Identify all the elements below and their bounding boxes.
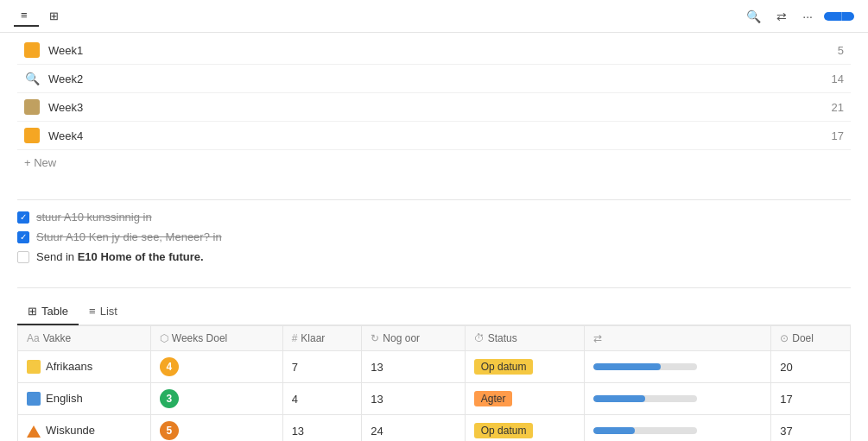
- list-view-tab[interactable]: ≡: [14, 5, 39, 27]
- list-view-icon: ≡: [21, 9, 28, 22]
- task-item: Stuur A10 Ken jy die see, Meneer? in: [17, 230, 851, 243]
- task-text: stuur A10 kunssinnig in: [36, 211, 152, 224]
- col-icon-doel: ⊙: [780, 332, 789, 344]
- col-header-klaar[interactable]: #Klaar: [282, 326, 362, 351]
- weeks-doel-badge: 5: [160, 421, 179, 440]
- status-badge: Op datum: [474, 359, 534, 375]
- progress-bar: [593, 395, 697, 402]
- cell-doel: 20: [771, 351, 851, 383]
- task-checkbox[interactable]: [17, 251, 29, 263]
- header-row: AaVakke⬡Weeks Doel#Klaar↻Nog oor⏱Status⇄…: [18, 326, 851, 351]
- week-row[interactable]: 🔍 Week2 14: [17, 65, 851, 93]
- col-icon-progress: ⇄: [593, 332, 602, 344]
- task-text: Send in E10 Home of the future.: [36, 250, 204, 263]
- week-row[interactable]: Week3 21: [17, 93, 851, 122]
- vakke-icon: [27, 392, 41, 406]
- task-list: stuur A10 kunssinnig in Stuur A10 Ken jy…: [17, 211, 851, 263]
- week-name: Week2: [48, 72, 818, 85]
- col-label-vakke: Vakke: [43, 332, 71, 344]
- table-view-tab[interactable]: ⊞: [42, 6, 70, 26]
- col-header-nog_oor[interactable]: ↻Nog oor: [362, 326, 465, 351]
- weeks-doel-badge: 4: [160, 357, 179, 376]
- table-row: English3413Agter17: [18, 383, 851, 415]
- cell-vakke: Afrikaans: [18, 351, 151, 383]
- weeks-doel-badge: 3: [160, 389, 179, 408]
- task-checkbox[interactable]: [17, 231, 29, 243]
- table-tab-label: Table: [41, 305, 68, 318]
- col-header-vakke[interactable]: AaVakke: [18, 326, 151, 351]
- cell-vakke: English: [18, 383, 151, 415]
- new-button[interactable]: [824, 12, 854, 21]
- borrel-title: [17, 280, 851, 288]
- progress-bar: [593, 427, 697, 434]
- cell-status: Agter: [465, 383, 584, 415]
- col-label-klaar: Klaar: [301, 332, 325, 344]
- search-button[interactable]: 🔍: [742, 7, 765, 26]
- filter-button[interactable]: [707, 14, 718, 19]
- week-count: 21: [818, 101, 844, 114]
- week-name: Week3: [48, 101, 818, 114]
- cell-nog-oor: 13: [362, 383, 465, 415]
- top-toolbar: ≡ ⊞ 🔍 ⇄ ···: [0, 0, 868, 33]
- progress-fill: [593, 363, 661, 370]
- col-header-weeks_doel[interactable]: ⬡Weeks Doel: [150, 326, 282, 351]
- borrel-tab-list[interactable]: ≡List: [79, 299, 128, 325]
- toolbar-right: 🔍 ⇄ ···: [707, 7, 854, 26]
- vakke-icon: [27, 360, 41, 374]
- vakke-name: Wiskunde: [46, 424, 95, 437]
- add-view-button[interactable]: [73, 13, 84, 20]
- col-icon-nog_oor: ↻: [371, 332, 379, 344]
- col-icon-weeks_doel: ⬡: [160, 332, 168, 344]
- week-count: 14: [818, 72, 844, 85]
- cell-klaar: 13: [282, 415, 362, 442]
- week-name: Week4: [48, 129, 818, 142]
- week-icon: [24, 128, 40, 143]
- col-header-doel[interactable]: ⊙Doel: [771, 326, 851, 351]
- table-tab-icon: ⊞: [28, 305, 37, 318]
- borrel-tab-table[interactable]: ⊞Table: [17, 299, 79, 325]
- cell-klaar: 7: [282, 351, 362, 383]
- status-badge: Op datum: [474, 423, 534, 438]
- table-row: Wiskunde51324Op datum37: [18, 415, 851, 442]
- week-row[interactable]: Week4 17: [17, 122, 851, 150]
- week-list: Week1 5 🔍 Week2 14 Week3 21 Week4 17 + N…: [17, 36, 851, 175]
- table-header: AaVakke⬡Weeks Doel#Klaar↻Nog oor⏱Status⇄…: [18, 326, 851, 351]
- cell-doel: 17: [771, 383, 851, 415]
- cell-klaar: 4: [282, 383, 362, 415]
- vakke-icon: [27, 425, 41, 438]
- group-button[interactable]: ⇄: [772, 7, 791, 26]
- new-button-caret[interactable]: [841, 12, 854, 21]
- progress-fill: [593, 427, 635, 434]
- col-label-doel: Doel: [792, 332, 814, 344]
- cell-vakke: Wiskunde: [18, 415, 151, 442]
- more-button[interactable]: ···: [798, 7, 817, 26]
- col-icon-status: ⏱: [474, 332, 485, 344]
- week-count: 5: [818, 44, 844, 57]
- week-name: Week1: [48, 44, 818, 57]
- col-label-status: Status: [488, 332, 517, 344]
- list-tab-label: List: [100, 305, 117, 318]
- task-item: Send in E10 Home of the future.: [17, 250, 851, 263]
- cell-nog-oor: 13: [362, 351, 465, 383]
- cell-progress: [584, 383, 771, 415]
- col-icon-klaar: #: [292, 332, 298, 344]
- progress-fill: [593, 395, 645, 402]
- cell-weeks-doel: 4: [150, 351, 282, 383]
- col-label-nog_oor: Nog oor: [383, 332, 420, 344]
- vakke-name: English: [46, 392, 83, 405]
- status-badge: Agter: [474, 391, 513, 406]
- progress-bar: [593, 363, 697, 370]
- week-new-label: + New: [24, 156, 56, 169]
- borrel-view-tabs: ⊞Table≡List: [17, 299, 851, 325]
- week-row[interactable]: Week1 5: [17, 36, 851, 65]
- task-item: stuur A10 kunssinnig in: [17, 211, 851, 224]
- sort-button[interactable]: [725, 14, 735, 19]
- col-header-progress[interactable]: ⇄: [584, 326, 771, 351]
- week-icon: 🔍: [24, 71, 40, 86]
- week-icon: [24, 42, 40, 58]
- new-button-label: [824, 12, 841, 21]
- col-header-status[interactable]: ⏱Status: [465, 326, 584, 351]
- borrel-table: AaVakke⬡Weeks Doel#Klaar↻Nog oor⏱Status⇄…: [17, 325, 851, 441]
- task-checkbox[interactable]: [17, 211, 29, 224]
- week-new-button[interactable]: + New: [17, 150, 851, 175]
